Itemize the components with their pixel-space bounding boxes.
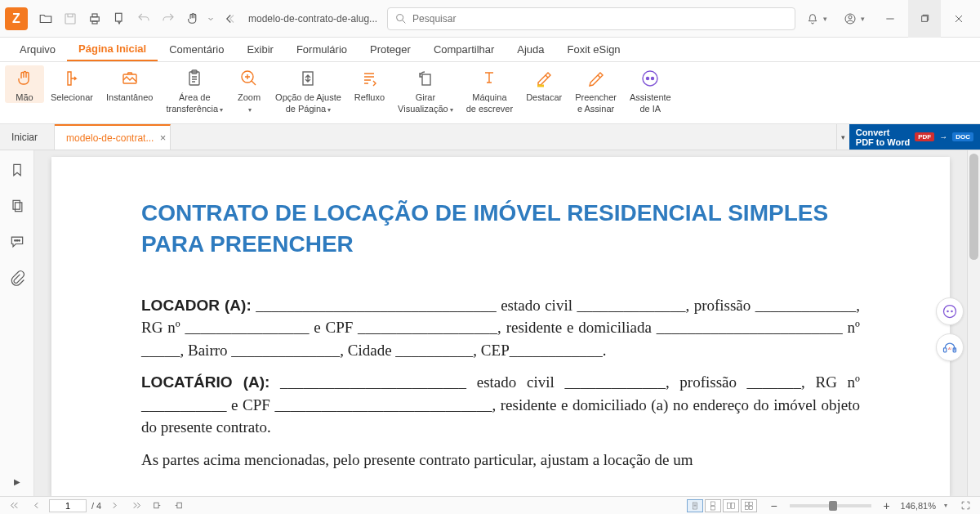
svg-rect-26 [944, 348, 947, 352]
redo-icon[interactable] [157, 7, 180, 30]
print-icon[interactable] [83, 7, 106, 30]
svg-point-17 [652, 78, 654, 80]
ribbon-label: Preencher e Assinar [575, 92, 617, 114]
view-facing-icon[interactable] [723, 499, 739, 512]
ai-icon [640, 69, 660, 88]
tab-strip: Iniciar modelo-de-contrat...× ▾ Convert … [0, 124, 980, 150]
view-continuous-icon[interactable] [705, 499, 721, 512]
menu-proteger[interactable]: Proteger [359, 38, 422, 61]
zoom-in-button[interactable]: + [881, 499, 893, 512]
ai-chat-icon[interactable] [936, 297, 964, 325]
ribbon-clipboard[interactable]: Área de transferência▾ [159, 65, 229, 116]
search-input[interactable] [412, 13, 788, 25]
menu-arquivo[interactable]: Arquivo [8, 38, 67, 61]
close-tab-icon[interactable]: × [160, 132, 167, 144]
pdf-badge: PDF [915, 132, 934, 141]
tab-start[interactable]: Iniciar [0, 124, 55, 150]
quick-access-toolbar [34, 7, 240, 30]
svg-point-25 [951, 311, 953, 313]
paragraph-locador: LOCADOR (A): ___________________________… [141, 294, 860, 362]
undo-icon[interactable] [132, 7, 155, 30]
promo-collapse-icon[interactable]: ▾ [836, 124, 849, 150]
main-area: ▶ CONTRATO DE LOCAÇÃO DE IMÓVEL RESIDENC… [0, 150, 980, 496]
notifications-icon[interactable] [799, 0, 826, 38]
zoom-slider[interactable] [790, 504, 871, 507]
ribbon-ai-assistant[interactable]: Assistente de IA [623, 65, 678, 114]
hand-tool-icon[interactable] [181, 7, 204, 30]
menu-ajuda[interactable]: Ajuda [506, 38, 555, 61]
prev-page-icon[interactable] [28, 498, 44, 513]
qa-dropdown-icon[interactable] [206, 7, 216, 30]
close-button[interactable] [942, 0, 975, 38]
ribbon-snapshot[interactable]: Instantâneo [100, 65, 160, 103]
nav-fwd-icon[interactable] [170, 498, 186, 513]
back-nav-icon[interactable] [217, 7, 240, 30]
fullscreen-icon[interactable] [957, 498, 973, 513]
view-facing-cont-icon[interactable] [741, 499, 757, 512]
chevron-down-icon[interactable]: ▾ [823, 15, 831, 23]
page-total: / 4 [91, 501, 101, 511]
zoom-icon [239, 69, 259, 88]
menu-exibir[interactable]: Exibir [235, 38, 285, 61]
sign-icon [586, 69, 606, 88]
restore-button[interactable] [908, 0, 941, 38]
ribbon-select[interactable]: Selecionar [44, 65, 100, 103]
search-icon [394, 12, 408, 25]
menu-comentario[interactable]: Comentário [158, 38, 235, 61]
ribbon-label: Instantâneo [106, 92, 154, 103]
ribbon-zoom[interactable]: Zoom▾ [229, 65, 269, 116]
menu-pagina-inicial[interactable]: Página Inicial [67, 38, 158, 61]
menu-formulario[interactable]: Formulário [285, 38, 359, 61]
svg-point-16 [647, 78, 649, 80]
vertical-scrollbar[interactable] [967, 150, 980, 496]
svg-rect-0 [65, 14, 75, 24]
document-viewport[interactable]: CONTRATO DE LOCAÇÃO DE IMÓVEL RESIDENCIA… [34, 150, 967, 496]
ai-headset-icon[interactable]: AI [936, 333, 964, 361]
bookmarks-icon[interactable] [7, 160, 27, 180]
next-page-icon[interactable] [106, 498, 122, 513]
promo-convert-pdf[interactable]: Convert PDF to Word PDF → DOC [849, 124, 980, 150]
ribbon-rotate[interactable]: Girar Visualização▾ [391, 65, 460, 116]
clipboard-icon [185, 69, 204, 88]
zoom-dropdown-icon[interactable]: ▾ [944, 502, 947, 509]
ribbon-highlight[interactable]: Destacar [519, 65, 568, 103]
view-single-icon[interactable] [687, 499, 703, 512]
attachments-icon[interactable] [7, 268, 27, 288]
ribbon-label: Refluxo [354, 92, 385, 103]
snapshot-icon [120, 69, 140, 88]
ribbon-fit-page[interactable]: Opção de Ajuste de Página▾ [269, 65, 348, 116]
document-heading: CONTRATO DE LOCAÇÃO DE IMÓVEL RESIDENCIA… [141, 198, 860, 260]
search-box[interactable] [387, 7, 795, 30]
title-bar: Z modelo-de-contrato-de-alug... ▾ ▾ [0, 0, 980, 38]
svg-point-20 [14, 240, 16, 242]
pages-icon[interactable] [7, 196, 27, 216]
svg-rect-14 [422, 74, 430, 85]
document-title: modelo-de-contrato-de-alug... [248, 13, 377, 25]
ribbon-label: Opção de Ajuste de Página▾ [275, 92, 341, 116]
page-number-input[interactable] [49, 499, 87, 512]
ribbon-label: Destacar [526, 92, 562, 103]
doc-badge: DOC [952, 132, 973, 141]
menu-compartilhar[interactable]: Compartilhar [422, 38, 506, 61]
comments-icon[interactable] [7, 232, 27, 252]
ribbon-fill-sign[interactable]: Preencher e Assinar [568, 65, 623, 114]
account-icon[interactable] [836, 0, 864, 38]
scrollbar-thumb[interactable] [969, 154, 978, 260]
save-icon[interactable] [59, 7, 82, 30]
last-page-icon[interactable] [127, 498, 144, 513]
tab-document[interactable]: modelo-de-contrat...× [55, 124, 171, 150]
export-icon[interactable] [108, 7, 131, 30]
minimize-button[interactable] [874, 0, 906, 38]
open-icon[interactable] [34, 7, 57, 30]
ribbon-reflow[interactable]: Refluxo [348, 65, 391, 103]
chevron-down-icon[interactable]: ▾ [861, 15, 869, 23]
nav-back-icon[interactable] [149, 498, 165, 513]
ribbon-typewriter[interactable]: Máquina de escrever [460, 65, 519, 114]
zoom-out-button[interactable]: − [768, 499, 780, 512]
menu-foxit-esign[interactable]: Foxit eSign [556, 38, 632, 61]
first-page-icon[interactable] [7, 498, 23, 513]
ribbon-hand[interactable]: Mão [5, 65, 44, 103]
zoom-slider-thumb[interactable] [829, 501, 837, 511]
expand-panel-icon[interactable]: ▶ [14, 477, 20, 486]
svg-rect-31 [693, 503, 697, 509]
